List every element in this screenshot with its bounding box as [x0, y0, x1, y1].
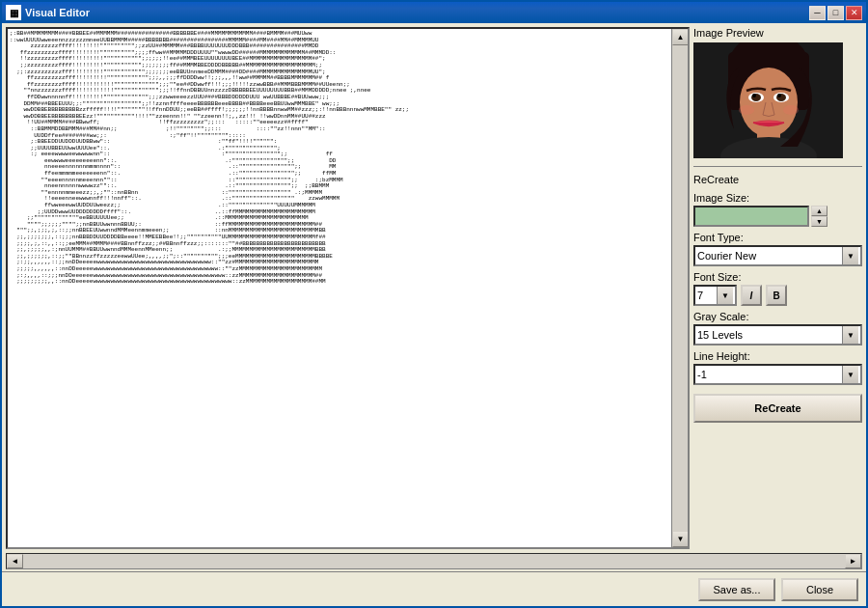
- title-bar: ▦ Visual Editor ─ □ ✕: [2, 2, 866, 23]
- h-scroll-track[interactable]: [23, 554, 845, 568]
- italic-button[interactable]: I: [741, 285, 762, 306]
- recreate-button[interactable]: ReCreate: [693, 394, 862, 423]
- gray-scale-group: Gray Scale: 15 Levels ▼: [693, 311, 862, 345]
- svg-point-12: [739, 105, 754, 115]
- horizontal-scrollbar[interactable]: ◄ ►: [6, 553, 862, 569]
- gray-scale-dropdown[interactable]: 15 Levels ▼: [693, 324, 862, 345]
- close-button[interactable]: Close: [781, 578, 858, 601]
- font-size-row: 7 ▼ I B: [693, 285, 862, 306]
- horizontal-scrollbar-area: ◄ ►: [2, 553, 866, 569]
- preview-image: [693, 42, 843, 158]
- main-window: ▦ Visual Editor ─ □ ✕ ;:BB##MMMMMMMM####…: [0, 0, 868, 608]
- bold-button[interactable]: B: [766, 285, 787, 306]
- content-area: ;:BB##MMMMMMMM####BBBEE##MMMMMM#########…: [2, 23, 866, 553]
- scroll-right-button[interactable]: ►: [845, 554, 861, 568]
- font-size-value: 7: [697, 290, 703, 301]
- font-type-dropdown-arrow[interactable]: ▼: [842, 247, 858, 264]
- scroll-track[interactable]: [672, 45, 688, 531]
- svg-point-10: [752, 94, 756, 97]
- title-bar-buttons: ─ □ ✕: [809, 6, 862, 20]
- font-size-dropdown-arrow[interactable]: ▼: [717, 287, 733, 304]
- font-size-dropdown[interactable]: 7 ▼: [693, 285, 737, 306]
- line-height-dropdown-arrow[interactable]: ▼: [842, 366, 858, 383]
- gray-scale-value: 15 Levels: [697, 329, 743, 341]
- controls-section: ReCreate Image Size: ▲ ▼: [693, 164, 862, 423]
- gray-scale-dropdown-arrow[interactable]: ▼: [842, 326, 858, 344]
- image-size-spinners: ▲ ▼: [811, 206, 827, 227]
- gray-scale-label: Gray Scale:: [693, 311, 862, 322]
- line-height-label: Line Height:: [693, 350, 862, 362]
- window-icon: ▦: [6, 5, 21, 20]
- recreate-section-label: ReCreate: [693, 174, 862, 185]
- vertical-scrollbar[interactable]: ▲ ▼: [671, 29, 688, 547]
- divider-1: [693, 166, 862, 167]
- scroll-left-button[interactable]: ◄: [7, 554, 23, 568]
- font-type-group: Font Type: Courier New ▼: [693, 232, 862, 266]
- close-window-button[interactable]: ✕: [846, 6, 862, 20]
- scroll-up-button[interactable]: ▲: [672, 29, 689, 45]
- ascii-scroll-content[interactable]: ;:BB##MMMMMMMM####BBBEE##MMMMMM#########…: [8, 29, 671, 547]
- image-preview: [693, 42, 843, 158]
- font-type-dropdown[interactable]: Courier New ▼: [693, 245, 862, 266]
- image-size-up-button[interactable]: ▲: [811, 206, 827, 216]
- font-size-group: Font Size: 7 ▼ I B: [693, 271, 862, 306]
- image-preview-label: Image Preview: [693, 27, 862, 39]
- font-type-value: Courier New: [697, 250, 756, 262]
- image-size-row: ▲ ▼: [693, 206, 862, 227]
- ascii-art-panel: ;:BB##MMMMMMMM####BBBEE##MMMMMM#########…: [6, 27, 690, 549]
- image-size-down-button[interactable]: ▼: [811, 216, 827, 227]
- svg-point-11: [777, 94, 781, 97]
- image-size-label: Image Size:: [693, 192, 862, 204]
- line-height-group: Line Height: -1 ▼: [693, 350, 862, 385]
- minimize-button[interactable]: ─: [809, 6, 826, 20]
- image-size-input[interactable]: [693, 206, 809, 227]
- bottom-bar: Save as... Close: [2, 571, 866, 606]
- svg-point-13: [783, 105, 799, 115]
- font-type-label: Font Type:: [693, 232, 862, 243]
- image-size-group: Image Size: ▲ ▼: [693, 192, 862, 227]
- line-height-dropdown[interactable]: -1 ▼: [693, 364, 862, 385]
- ascii-text-display: ;:BB##MMMMMMMM####BBBEE##MMMMMM#########…: [10, 31, 669, 286]
- scroll-down-button[interactable]: ▼: [672, 531, 689, 547]
- save-as-button[interactable]: Save as...: [698, 578, 775, 601]
- line-height-value: -1: [697, 369, 707, 380]
- preview-section: Image Preview: [693, 27, 862, 158]
- window-title: Visual Editor: [25, 7, 809, 18]
- font-size-label: Font Size:: [693, 271, 862, 283]
- right-panel: Image Preview: [693, 27, 862, 549]
- maximize-button[interactable]: □: [827, 6, 844, 20]
